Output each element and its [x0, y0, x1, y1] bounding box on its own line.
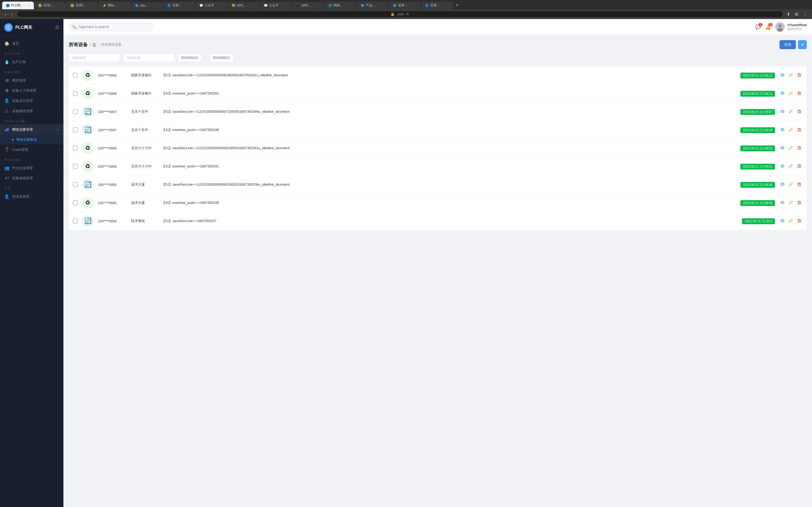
sidebar-item-company[interactable]: 👥 甲方企业管理 ‹ [0, 163, 63, 173]
edit-button[interactable] [788, 108, 794, 115]
row-checkbox[interactable] [73, 91, 78, 96]
sidebar-item-label: 设备场地管理 [12, 176, 56, 181]
view-button[interactable] [779, 90, 785, 97]
delete-button[interactable] [796, 181, 803, 188]
forward-button[interactable]: › [10, 11, 14, 17]
tab-wechat2[interactable]: 💬 公众号 [260, 2, 292, 9]
tab-favicon: 🟢 [70, 4, 74, 7]
date-start-filter[interactable]: 2023/06/21 [177, 53, 202, 62]
view-button[interactable] [779, 108, 785, 115]
sidebar-item-device-location[interactable]: 👤 设备定位管理 ‹ [0, 96, 63, 106]
edit-button[interactable] [788, 90, 794, 97]
new-tab-button[interactable]: + [454, 2, 461, 9]
browser-tabs: 🔵 PLC网... ✕ 🟢 宝塔L... 🟢 宝塔L... ⚡ 网站-... 🔷… [0, 0, 812, 9]
tab-baidu1[interactable]: 🔵 百度-... [163, 2, 195, 9]
row-checkbox[interactable] [73, 182, 78, 187]
sidebar-item-label: 首页 [12, 41, 56, 46]
tab-app1[interactable]: 💚 APP... [228, 2, 260, 9]
edit-button[interactable] [788, 72, 794, 79]
sidebar-item-label: 管理员管理 [12, 194, 56, 199]
row-checkbox[interactable] [73, 146, 78, 151]
tab-obs[interactable]: 🔷 obs... [131, 2, 163, 9]
edit-button[interactable] [788, 126, 794, 133]
sidebar-item-admin[interactable]: 👤 管理员管理 ‹ [0, 191, 63, 202]
edit-button[interactable] [788, 181, 794, 188]
tab-close-btn[interactable]: ✕ [28, 4, 30, 7]
delete-button[interactable] [796, 200, 803, 207]
delete-button[interactable] [796, 145, 803, 152]
bell-button[interactable]: 🔔 8 [765, 24, 771, 30]
edit-button[interactable] [788, 163, 794, 170]
search-icon: 🔍 [72, 25, 77, 29]
grid-icon: ⊞ [4, 78, 9, 83]
extensions-button[interactable]: ⊞ [793, 11, 800, 17]
search-input[interactable] [69, 22, 153, 31]
row-actions [779, 200, 803, 207]
drop-icon: 💧 [4, 59, 9, 64]
table-row: 🔄 100****0004 技术测试 【51】saveDevLink<->168… [69, 212, 807, 230]
back-button[interactable]: ‹ [3, 11, 8, 17]
table-row: 🔄 100****0007 北京十五中 【51】saveDevLink<->12… [69, 103, 807, 121]
sidebar-toggle-button[interactable]: ☰ [55, 24, 59, 31]
sidebar-item-device-debug[interactable]: ⚠ 设备调试管理 ‹ [0, 106, 63, 116]
reload-icon[interactable]: ↻ [406, 12, 409, 16]
more-button[interactable]: ⋮ [801, 11, 809, 17]
edit-button[interactable] [788, 145, 794, 152]
edit-button[interactable] [788, 218, 794, 225]
tab-website[interactable]: ⚡ 网站-... [99, 2, 131, 9]
row-timestamp: 2023-06-21 21:49:12 [741, 73, 775, 77]
view-button[interactable] [779, 72, 785, 79]
tab-baidu2[interactable]: 🔵 百度-... [421, 2, 453, 9]
view-button[interactable] [779, 145, 785, 152]
date-end-filter[interactable]: 2023/06/21 [209, 53, 234, 62]
sidebar-item-network-data[interactable]: 网络流量数据 [0, 135, 63, 145]
tab-favicon: 🔷 [361, 4, 364, 7]
chart-icon [4, 127, 9, 132]
row-checkbox[interactable] [73, 164, 78, 169]
delete-button[interactable] [796, 90, 803, 97]
delete-button[interactable] [796, 218, 803, 225]
view-button[interactable] [779, 163, 785, 170]
delete-button[interactable] [796, 72, 803, 79]
download-button[interactable]: ⬇ [785, 11, 792, 17]
tab-login[interactable]: 🔷 登录-... [389, 2, 421, 9]
sidebar-item-device-online[interactable]: 🖥 设备上下线管理 ‹ [0, 86, 63, 96]
edit-button[interactable] [788, 200, 794, 207]
row-checkbox[interactable] [73, 73, 78, 78]
tab-baota2[interactable]: 🟢 宝塔L... [67, 2, 98, 9]
page-header-actions: 筛选 ▼ [779, 40, 807, 49]
tab-plc[interactable]: 🔵 PLC网... ✕ [2, 2, 34, 9]
chat-button[interactable]: 💬 1 [755, 24, 761, 30]
delete-button[interactable] [796, 126, 803, 133]
row-checkbox[interactable] [73, 219, 78, 223]
address-bar[interactable]: 🔒 .com ↻ [17, 11, 783, 17]
delete-button[interactable] [796, 108, 803, 115]
sidebar-item-home[interactable]: 🏠 首页 ‹ [0, 38, 63, 49]
sidebar: PLC网关 ☰ 🏠 首页 ‹ 生产 & 订单 💧 生产订单 ‹ 设备 & 维护 … [0, 19, 63, 507]
sidebar-item-crash[interactable]: ❓ Crash管理 ‹ [0, 145, 63, 155]
tab-app2[interactable]: 📱 APP... [292, 2, 324, 9]
timestamp-badge: 2023-06-21 21:49:01 [741, 164, 775, 170]
sidebar-item-production[interactable]: 💧 生产订单 ‹ [0, 57, 63, 67]
tab-wangyi[interactable]: 🌐 网易... [324, 2, 356, 9]
view-button[interactable] [779, 200, 785, 207]
breadcrumb-separator: | [90, 43, 91, 47]
tab-product[interactable]: 🔷 产品-... [357, 2, 389, 9]
sidebar-item-site[interactable]: 🏷 设备场地管理 ‹ [0, 173, 63, 183]
tab-wechat1[interactable]: 💬 公众号 [196, 2, 227, 9]
delete-button[interactable] [796, 163, 803, 170]
tab-baota1[interactable]: 🟢 宝塔L... [34, 2, 66, 9]
sidebar-item-network-traffic[interactable]: 网络流量管理 ∨ [0, 124, 63, 135]
device-id-filter[interactable] [69, 53, 120, 62]
view-button[interactable] [779, 181, 785, 188]
sidebar-item-gateway[interactable]: ⊞ 网关管理 ‹ [0, 75, 63, 86]
filter-button[interactable]: 筛选 [779, 40, 796, 49]
breadcrumb-home-icon: 🏠 [92, 43, 97, 47]
row-checkbox[interactable] [73, 201, 78, 205]
view-button[interactable] [779, 126, 785, 133]
row-checkbox[interactable] [73, 109, 78, 114]
filter-more-button[interactable]: ▼ [798, 40, 807, 49]
row-checkbox[interactable] [73, 127, 78, 132]
view-button[interactable] [779, 218, 785, 225]
site-name-filter[interactable] [123, 53, 174, 62]
